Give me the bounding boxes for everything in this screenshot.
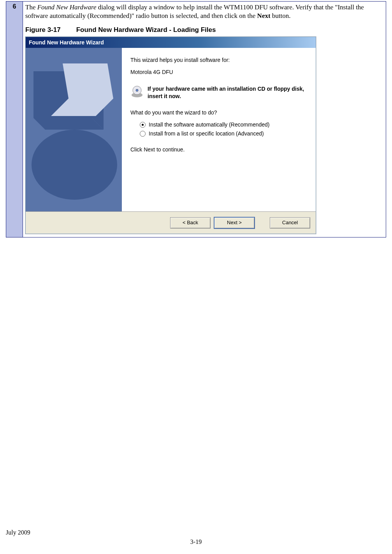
wizard-dialog: Found New Hardware Wizard <box>25 37 316 234</box>
footer-date: July 2009 <box>6 529 30 536</box>
step-table: 6 The Found New Hardware dialog will dis… <box>6 1 386 237</box>
figure-label: Figure 3-17 <box>25 26 61 33</box>
svg-marker-2 <box>33 118 104 130</box>
svg-point-4 <box>32 130 117 200</box>
footer-page: 3-19 <box>0 538 392 545</box>
wizard-titlebar: Found New Hardware Wizard <box>26 37 316 48</box>
wizard-device: Motorola 4G DFU <box>130 69 307 76</box>
dialog-name: Found New Hardware <box>37 4 97 11</box>
cancel-button[interactable]: Cancel <box>270 217 310 229</box>
wizard-question: What do you want the wizard to do? <box>130 109 307 116</box>
wizard-continue: Click Next to continue. <box>130 146 307 153</box>
radio-selected-icon <box>140 122 146 128</box>
next-button[interactable]: Next > <box>214 217 255 229</box>
figure-caption: Figure 3-17Found New Hardware Wizard - L… <box>25 26 383 34</box>
wizard-footer: < Back Next > Cancel <box>26 211 316 234</box>
wizard-content: This wizard helps you install software f… <box>122 48 316 211</box>
radio-label: Install the software automatically (Reco… <box>149 121 269 128</box>
step-text: button. <box>271 12 291 19</box>
svg-point-9 <box>136 89 138 91</box>
back-button[interactable]: < Back <box>170 217 211 229</box>
step-number: 6 <box>6 2 23 237</box>
radio-option-advanced[interactable]: Install from a list or specific location… <box>140 130 307 137</box>
figure-title: Found New Hardware Wizard - Loading File… <box>76 26 216 33</box>
svg-marker-5 <box>63 63 113 98</box>
step-body: The Found New Hardware dialog will displ… <box>23 2 386 237</box>
wizard-side-graphic <box>26 48 122 211</box>
radio-unselected-icon <box>140 131 146 137</box>
radio-label: Install from a list or specific location… <box>149 130 264 137</box>
radio-option-auto[interactable]: Install the software automatically (Reco… <box>140 121 307 128</box>
cd-text: If your hardware came with an installati… <box>148 85 307 100</box>
cd-icon <box>130 85 144 100</box>
wizard-intro: This wizard helps you install software f… <box>130 56 307 64</box>
step-text: The <box>25 4 37 11</box>
next-label: Next <box>257 12 271 19</box>
